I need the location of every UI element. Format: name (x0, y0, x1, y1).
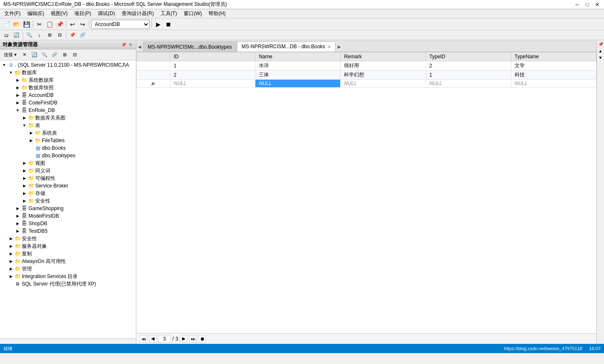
menu-item-w[interactable]: 窗口(W) (181, 10, 204, 18)
menu-item-f[interactable]: 文件(F) (2, 10, 23, 18)
expand-management[interactable]: ▶ (8, 265, 14, 272)
expand-views[interactable]: ▶ (21, 160, 28, 166)
tree-item-db-diagram[interactable]: ▶ 📁 数据库关系图 (0, 114, 136, 122)
filter-button[interactable]: 🔍 (25, 31, 34, 40)
tree-item-codefirstdb[interactable]: ▶ 🗄 CodeFirstDB (0, 99, 136, 107)
cell-typename-2[interactable]: 科技 (511, 70, 596, 80)
tree-item-shopdb[interactable]: ▶ 🗄 ShopDB (0, 220, 136, 227)
tree-item-synonyms[interactable]: ▶ 📁 同义词 (0, 167, 136, 174)
cell-id-null[interactable]: NULL (170, 80, 255, 88)
stop-button[interactable]: ⏹ (164, 20, 173, 29)
menu-item-p[interactable]: 项目(P) (72, 10, 94, 18)
page-next-button[interactable]: ▶ (180, 335, 187, 343)
tree-item-replication[interactable]: ▶ 📁 复制 (0, 250, 136, 257)
tree-item-management[interactable]: ▶ 📁 管理 (0, 265, 136, 273)
cell-typename-1[interactable]: 文学 (511, 61, 596, 70)
expand-gameshopping[interactable]: ▶ (14, 205, 21, 212)
obj-explorer-button[interactable]: 🗂 (2, 31, 11, 40)
table-row-null[interactable]: ▶ NULL NULL NULL NULL NULL (137, 80, 596, 88)
table-row[interactable]: 1 水浒 很好用 2 文学 (137, 61, 596, 70)
tree-item-enrole-db[interactable]: ▼ 🗄 EnRole_DB (0, 107, 136, 114)
tree-item-service-broker[interactable]: ▶ 📁 Service Broker (0, 182, 136, 190)
tree-item-views[interactable]: ▶ 📁 视图 (0, 159, 136, 167)
cell-remark-null[interactable]: NULL (341, 80, 426, 88)
open-button[interactable]: 📂 (12, 20, 21, 29)
tab-booktypes[interactable]: MS-NPRSWRCISMc...dbo.Booktypes (143, 42, 237, 52)
menu-item-e[interactable]: 编辑(E) (25, 10, 47, 18)
expand-synonyms[interactable]: ▶ (21, 167, 28, 174)
oe-collapse-button[interactable]: ⊟ (70, 50, 79, 60)
right-sidebar-up[interactable]: ▲ (598, 48, 604, 54)
refresh-button[interactable]: 🔄 (12, 31, 21, 40)
expand-db-security[interactable]: ▶ (21, 198, 28, 204)
tree-item-db-snapshot[interactable]: ▶ 📁 数据库快照 (0, 84, 136, 91)
paste-button[interactable]: 📌 (55, 20, 64, 29)
expand-shopdb[interactable]: ▶ (14, 220, 21, 227)
execute-button[interactable]: ▶ (154, 20, 163, 29)
cell-typeid-1[interactable]: 2 (426, 61, 511, 70)
cell-name-1[interactable]: 水浒 (255, 61, 341, 70)
results-area[interactable]: ID Name Remark TypeID TypeName 1 水浒 很好用 (136, 52, 596, 333)
expand-integration[interactable]: ▶ (8, 273, 14, 280)
sort-button[interactable]: ↕ (35, 31, 44, 40)
tab-right-arrow[interactable]: ▶ (336, 42, 343, 52)
expand-db-snapshot[interactable]: ▶ (14, 84, 21, 91)
tree-item-dbo-booktypes[interactable]: ▶ ▦ dbo.Booktypes (0, 152, 136, 159)
database-dropdown[interactable]: AccountDB (91, 20, 150, 29)
tree-item-server-security[interactable]: ▶ 📁 安全性 (0, 235, 136, 242)
expand-server-security[interactable]: ▶ (8, 235, 14, 242)
cell-id-2[interactable]: 2 (170, 70, 255, 80)
page-stop-button[interactable]: ⏹ (198, 335, 206, 343)
new-query-button[interactable]: 📄 (2, 20, 11, 29)
tree-item-gameshopping[interactable]: ▶ 🗄 GameShopping (0, 205, 136, 212)
expand-system-tables[interactable]: ▶ (28, 130, 34, 136)
sync-button[interactable]: 🔗 (78, 31, 87, 40)
tree-item-filetables[interactable]: ▶ 📁 FileTables (0, 137, 136, 144)
tab-books-close[interactable]: ✕ (328, 44, 331, 49)
cell-typeid-2[interactable]: 1 (426, 70, 511, 80)
cell-name-null[interactable]: NULL (255, 80, 341, 88)
oe-filter-button[interactable]: 🔍 (40, 50, 49, 60)
expand-enrole-db[interactable]: ▼ (14, 107, 21, 114)
expand-system-db[interactable]: ▶ (14, 77, 21, 83)
oe-close-icon[interactable]: ✕ (128, 42, 133, 48)
table-row[interactable]: 2 三体 科学幻想 1 科技 (137, 70, 596, 80)
tree-item-system-tables[interactable]: ▶ 📁 系统表 (0, 129, 136, 137)
collapse-button[interactable]: ⊟ (55, 31, 64, 40)
expand-replication[interactable]: ▶ (8, 250, 14, 257)
oe-sync-button[interactable]: 🔗 (50, 50, 59, 60)
expand-programmable[interactable]: ▶ (21, 175, 28, 182)
expand-alwayson[interactable]: ▶ (8, 258, 14, 265)
expand-button[interactable]: ⊞ (45, 31, 54, 40)
page-first-button[interactable]: ⏮ (140, 335, 147, 343)
tab-books[interactable]: MS-NPRSWRCISM...DB - dbo.Books ✕ (237, 42, 336, 52)
menu-item-v[interactable]: 视图(V) (48, 10, 70, 18)
tree-item-alwayson[interactable]: ▶ 📁 AlwaysOn 高可用性 (0, 257, 136, 265)
expand-accountdb[interactable]: ▶ (14, 92, 21, 99)
expand-testdb5[interactable]: ▶ (14, 228, 21, 234)
page-last-button[interactable]: ⏭ (189, 335, 197, 343)
expand-codefirstdb[interactable]: ▶ (14, 99, 21, 106)
expand-db-diagram[interactable]: ▶ (21, 114, 28, 121)
menu-item-t[interactable]: 工具(T) (158, 10, 180, 18)
expand-server-objects[interactable]: ▶ (8, 243, 14, 250)
page-prev-button[interactable]: ◀ (149, 335, 156, 343)
tree-item-root[interactable]: ▼ 🖥 . (SQL Server 11.0.2100 - MS-NPRSWRC… (0, 61, 136, 69)
menu-item-d[interactable]: 调试(D) (95, 10, 117, 18)
tree-item-accountdb[interactable]: ▶ 🗄 AccountDB (0, 91, 136, 99)
tree-item-dbo-books[interactable]: ▶ ▦ dbo.Books (0, 144, 136, 152)
pin-button[interactable]: 📌 (68, 31, 77, 40)
minimize-button[interactable]: ─ (574, 1, 581, 8)
tree-item-testdb5[interactable]: ▶ 🗄 TestDB5 (0, 227, 136, 235)
redo-button[interactable]: ↪ (78, 20, 87, 29)
tree-item-integration[interactable]: ▶ 📁 Integration Services 目录 (0, 273, 136, 280)
expand-databases[interactable]: ▼ (8, 69, 14, 76)
menu-item-h[interactable]: 帮助(H) (206, 10, 228, 18)
tree-item-databases[interactable]: ▼ 📁 数据库 (0, 69, 136, 76)
cell-remark-1[interactable]: 很好用 (341, 61, 426, 70)
cell-id-1[interactable]: 1 (170, 61, 255, 70)
oe-disconnect-button[interactable]: ✕ (20, 50, 29, 60)
menu-item-r[interactable]: 查询设计器(R) (119, 10, 156, 18)
close-button[interactable]: ✕ (594, 1, 601, 8)
tree-item-programmable[interactable]: ▶ 📁 可编程性 (0, 174, 136, 182)
